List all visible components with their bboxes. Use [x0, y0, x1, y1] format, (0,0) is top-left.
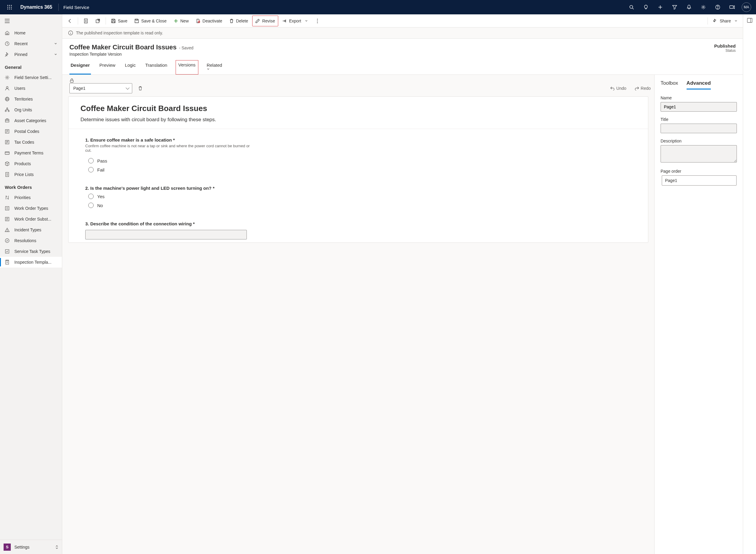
nav-section-header: Work Orders: [0, 180, 62, 192]
svg-rect-63: [113, 19, 114, 20]
radio-option[interactable]: No: [85, 201, 631, 210]
undo-button[interactable]: Undo: [608, 85, 629, 92]
lightbulb-icon[interactable]: [639, 0, 653, 14]
search-icon[interactable]: [624, 0, 639, 14]
delete-page-icon[interactable]: [136, 85, 145, 92]
save-close-button[interactable]: Save & Close: [132, 15, 170, 26]
nav-item-home[interactable]: Home: [0, 27, 62, 38]
new-button[interactable]: New: [171, 15, 192, 26]
nav-item[interactable]: Field Service Setti...: [0, 72, 62, 83]
nav-label: Priorities: [14, 195, 30, 200]
price-icon: [5, 172, 10, 177]
plus-icon[interactable]: [653, 0, 668, 14]
nav-item[interactable]: Price Lists: [0, 169, 62, 180]
servicetask-icon: [5, 249, 10, 254]
name-field-label: Name: [660, 96, 737, 100]
bell-icon[interactable]: [682, 0, 696, 14]
redo-button[interactable]: Redo: [632, 85, 653, 92]
nav-item[interactable]: Tax Codes: [0, 137, 62, 148]
nav-item[interactable]: Incident Types: [0, 224, 62, 235]
svg-rect-17: [730, 6, 733, 8]
share-button[interactable]: Share: [710, 15, 741, 26]
tab-logic[interactable]: Logic: [124, 60, 137, 74]
radio-option[interactable]: Pass: [85, 156, 631, 165]
save-button[interactable]: Save: [108, 15, 130, 26]
svg-point-70: [317, 18, 318, 19]
radio-icon: [88, 167, 93, 172]
nav-item[interactable]: Asset Categories: [0, 115, 62, 126]
nav-label: Users: [14, 86, 25, 91]
nav-label: Payment Terms: [14, 151, 43, 155]
svg-point-51: [7, 231, 7, 231]
nav-item[interactable]: Payment Terms: [0, 148, 62, 158]
delete-button[interactable]: Delete: [227, 15, 251, 26]
nav-item[interactable]: Priorities: [0, 192, 62, 203]
form-tabs: DesignerPreviewLogicTranslationVersionsR…: [62, 57, 743, 75]
related-pane-icon[interactable]: [747, 18, 752, 23]
back-button[interactable]: [65, 15, 75, 26]
deactivate-button[interactable]: Deactivate: [193, 15, 225, 26]
description-field[interactable]: [660, 145, 737, 163]
export-button[interactable]: Export: [279, 15, 311, 26]
wotype-icon: [5, 206, 10, 211]
svg-point-2: [11, 5, 12, 6]
svg-point-52: [5, 239, 9, 243]
app-name-label[interactable]: Field Service: [61, 5, 92, 10]
product-icon: [5, 161, 10, 166]
svg-point-24: [6, 87, 8, 88]
svg-point-14: [703, 7, 704, 8]
app-launcher-icon[interactable]: [2, 0, 17, 14]
assistant-icon[interactable]: [725, 0, 739, 14]
open-record-set-icon[interactable]: [80, 15, 91, 26]
tab-related[interactable]: Related: [205, 60, 225, 74]
right-rail: [743, 14, 756, 554]
revise-button[interactable]: Revise: [252, 15, 278, 26]
command-bar: Save Save & Close New Deactivate Delete …: [62, 14, 743, 27]
user-avatar[interactable]: MA: [742, 2, 751, 12]
nav-item[interactable]: Inspection Templa...: [0, 257, 62, 268]
question[interactable]: 1. Ensure coffee maker is a safe locatio…: [68, 129, 648, 177]
help-icon[interactable]: [710, 0, 725, 14]
status-value: Published: [714, 43, 736, 49]
svg-point-23: [7, 77, 8, 78]
overflow-icon[interactable]: [312, 15, 323, 26]
question[interactable]: 2. Is the machine's power light and LED …: [68, 177, 648, 213]
question[interactable]: 3. Describe the condition of the connect…: [68, 213, 648, 242]
radio-icon: [88, 203, 93, 208]
nav-item[interactable]: Work Order Subst...: [0, 214, 62, 224]
name-field[interactable]: [660, 102, 737, 112]
props-tab-advanced[interactable]: Advanced: [687, 80, 711, 90]
tab-versions[interactable]: Versions: [176, 60, 198, 74]
nav-label: Org Units: [14, 107, 32, 112]
brand-label[interactable]: Dynamics 365: [17, 4, 56, 10]
nav-item-pinned[interactable]: Pinned: [0, 49, 62, 60]
radio-option[interactable]: Fail: [85, 165, 631, 174]
tab-designer[interactable]: Designer: [69, 60, 91, 74]
text-answer-input[interactable]: [85, 230, 247, 239]
settings-icon[interactable]: [696, 0, 710, 14]
radio-option[interactable]: Yes: [85, 192, 631, 201]
title-field[interactable]: [660, 124, 737, 133]
nav-item[interactable]: Territories: [0, 94, 62, 104]
tab-preview[interactable]: Preview: [98, 60, 116, 74]
popout-icon[interactable]: [92, 15, 103, 26]
props-tab-toolbox[interactable]: Toolbox: [660, 80, 678, 90]
tab-translation[interactable]: Translation: [144, 60, 169, 74]
nav-item[interactable]: Work Order Types: [0, 203, 62, 214]
area-switcher[interactable]: S Settings: [0, 540, 62, 554]
nav-label: Products: [14, 161, 31, 166]
nav-item-recent[interactable]: Recent: [0, 38, 62, 49]
nav-item[interactable]: Service Task Types: [0, 246, 62, 257]
nav-item[interactable]: Postal Codes: [0, 126, 62, 137]
filter-icon[interactable]: [668, 0, 682, 14]
nav-item[interactable]: Org Units: [0, 104, 62, 115]
page-selector[interactable]: Page1: [69, 83, 132, 93]
page-order-select[interactable]: Page1: [662, 175, 737, 185]
person-icon: [5, 86, 10, 91]
radio-label: Pass: [97, 158, 107, 163]
nav-item[interactable]: Users: [0, 83, 62, 94]
nav-item[interactable]: Resolutions: [0, 235, 62, 246]
hamburger-icon[interactable]: [0, 14, 62, 27]
home-icon: [5, 31, 10, 35]
nav-item[interactable]: Products: [0, 158, 62, 169]
